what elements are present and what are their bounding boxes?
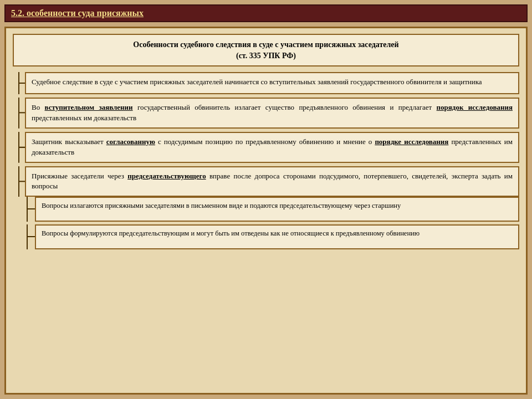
item-group-4: Присяжные заседатели через председательс… <box>13 166 519 250</box>
item-box-4: Присяжные заседатели через председательс… <box>25 166 519 197</box>
list-item: Вопросы излагаются присяжными заседателя… <box>23 197 519 222</box>
sub-box-1: Вопросы излагаются присяжными заседателя… <box>35 197 519 222</box>
sub-items-container: Вопросы излагаются присяжными заседателя… <box>23 197 519 249</box>
sub-box-2: Вопросы формулируются председательствующ… <box>35 224 519 249</box>
sub-bracket-icon <box>23 224 35 249</box>
list-item: Во вступительном заявлении государственн… <box>13 98 519 129</box>
slide-container: 5.2. особенности суда присяжных Особенно… <box>0 0 532 399</box>
list-item: Присяжные заседатели через председательс… <box>13 166 519 197</box>
list-item: Судебное следствие в суде с участием при… <box>13 72 519 94</box>
header-line1: Особенности судебного следствия в суде с… <box>21 39 511 50</box>
item-box-1: Судебное следствие в суде с участием при… <box>25 72 519 94</box>
content-area: Судебное следствие в суде с участием при… <box>13 72 519 387</box>
header-box: Особенности судебного следствия в суде с… <box>13 34 519 66</box>
title-text: 5.2. особенности суда присяжных <box>11 8 144 18</box>
item-box-2: Во вступительном заявлении государственн… <box>25 98 519 129</box>
header-line2: (ст. 335 УПК РФ) <box>21 50 511 62</box>
bracket-icon <box>13 166 25 197</box>
item-box-3: Защитник высказывает согласованную с под… <box>25 132 519 163</box>
list-item: Защитник высказывает согласованную с под… <box>13 132 519 163</box>
list-item: Вопросы формулируются председательствующ… <box>23 224 519 249</box>
bracket-icon <box>13 72 25 94</box>
bracket-icon <box>13 98 25 129</box>
main-content: Особенности судебного следствия в суде с… <box>4 27 528 395</box>
title-bar: 5.2. особенности суда присяжных <box>4 4 528 22</box>
sub-bracket-icon <box>23 197 35 222</box>
bracket-icon <box>13 132 25 163</box>
